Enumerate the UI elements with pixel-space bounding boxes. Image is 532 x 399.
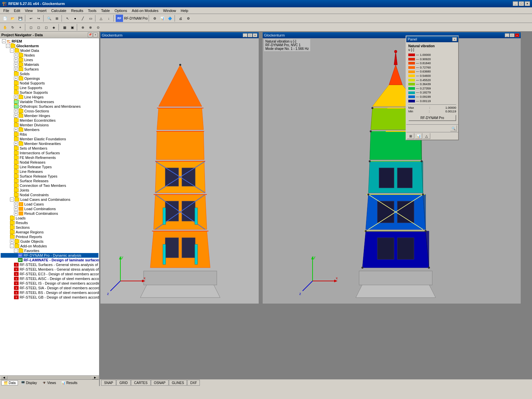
menu-options[interactable]: Options: [112, 8, 129, 13]
wr-maximize-btn[interactable]: □: [510, 33, 514, 37]
tree-addon-modules[interactable]: - Add-on Modules: [1, 244, 98, 248]
front-btn[interactable]: ◻: [27, 24, 35, 31]
panel-close-btn[interactable]: ×: [452, 37, 457, 41]
tree-surface-release-types[interactable]: Surface Release Types: [1, 174, 98, 179]
expand-favorites[interactable]: -: [14, 249, 18, 253]
maximize-btn[interactable]: □: [519, 1, 524, 6]
menu-addon[interactable]: Add-on Modules: [130, 8, 160, 13]
scroll-right-btn[interactable]: ▶: [92, 376, 98, 379]
expand-guide[interactable]: +: [10, 239, 14, 243]
tree-fe-mesh[interactable]: FE Mesh Refinements: [1, 155, 98, 160]
wr-close-btn[interactable]: ×: [515, 33, 519, 37]
undo-btn[interactable]: ↩: [27, 15, 35, 22]
tree-intersections[interactable]: Intersections of Surfaces: [1, 151, 98, 155]
expand-openings[interactable]: +: [14, 76, 18, 80]
tree-load-cases-comb[interactable]: - Load Cases and Combinations: [1, 197, 98, 202]
pan-btn[interactable]: ✋: [1, 24, 9, 31]
close-btn[interactable]: ×: [525, 1, 530, 6]
cartes-tab[interactable]: CARTES: [131, 380, 150, 386]
tree-solids[interactable]: Solids: [1, 71, 98, 76]
dxf-tab[interactable]: DXF: [187, 380, 200, 386]
menu-calculate[interactable]: Calculate: [49, 8, 68, 13]
expand-load-cases[interactable]: -: [10, 198, 14, 201]
new-btn[interactable]: 📄: [1, 15, 9, 22]
tree-nodal-supports[interactable]: Nodal Supports: [1, 81, 98, 85]
expand-surfaces[interactable]: +: [14, 67, 18, 71]
node-btn[interactable]: ●: [71, 15, 79, 22]
expand-lc[interactable]: +: [14, 202, 18, 206]
tree-nodes[interactable]: + Nodes: [1, 53, 98, 58]
tree-ribs[interactable]: Ribs: [1, 132, 98, 137]
tree-average-regions[interactable]: Average Regions: [1, 230, 98, 234]
support-btn[interactable]: △: [97, 15, 105, 22]
tree-sets-members[interactable]: Sets of Members: [1, 146, 98, 151]
wl-minimize-btn[interactable]: _: [243, 33, 247, 37]
surface-btn[interactable]: ▭: [87, 15, 94, 22]
panel-pin-btn[interactable]: 📌: [88, 33, 92, 37]
tree-guide-objects[interactable]: + Guide Objects: [1, 239, 98, 244]
expand-lines[interactable]: +: [14, 58, 18, 62]
expand-members[interactable]: +: [14, 128, 18, 132]
panel-tab-chart[interactable]: 📊: [415, 133, 422, 139]
tree-rf-steel-is[interactable]: S RF-STEEL IS - Design of steel members …: [1, 281, 98, 286]
tree-results[interactable]: Results: [1, 220, 98, 225]
tree-result-combinations[interactable]: + Result Combinations: [1, 211, 98, 216]
tree-line-releases[interactable]: Line Releases: [1, 169, 98, 174]
tree-rf-steel-mem[interactable]: S RF-STEEL Members - General stress anal…: [1, 267, 98, 272]
tree-rf-dynam[interactable]: RF RF-DYNAM Pro - Dynamic analysis: [1, 253, 98, 258]
tree-nodal-releases[interactable]: Nodal Releases: [1, 160, 98, 165]
scroll-left-btn[interactable]: ◀: [1, 376, 7, 379]
tree-member-eccentricities[interactable]: Member Eccentricities: [1, 118, 98, 123]
tree-favorites[interactable]: - Favorites: [1, 248, 98, 253]
render-btn[interactable]: ▦: [61, 24, 68, 31]
tree-printout-reports[interactable]: Printout Reports: [1, 234, 98, 239]
tree-line-supports[interactable]: Line Supports: [1, 85, 98, 90]
expand-addon[interactable]: -: [10, 244, 14, 248]
tree-container[interactable]: - 🏗️ RFEM - Glockenturm - Model Data +: [0, 38, 99, 375]
expand-lco[interactable]: +: [14, 207, 18, 211]
select-btn[interactable]: ↖: [64, 15, 71, 22]
3d-btn[interactable]: ◈: [50, 24, 58, 31]
tree-member-elastic[interactable]: Member Elastic Foundations: [1, 137, 98, 141]
tree-materials[interactable]: + Materials: [1, 62, 98, 67]
panel-footer-zoom-btn[interactable]: 🔍: [450, 125, 457, 131]
panel-win-title[interactable]: Panel ×: [406, 36, 458, 42]
expand-line-hinges[interactable]: +: [14, 95, 18, 99]
tree-rfem[interactable]: - 🏗️ RFEM: [1, 39, 98, 44]
wr-minimize-btn[interactable]: _: [505, 33, 509, 37]
redo-btn[interactable]: ↪: [35, 15, 42, 22]
panel-close-btn[interactable]: ×: [93, 33, 98, 37]
tree-rf-laminate[interactable]: RF RF-LAMINATE - Design of laminate surf…: [1, 258, 98, 262]
tree-variable-thicknesses[interactable]: Variable Thicknesses: [1, 99, 98, 104]
menu-tools[interactable]: Tools: [86, 8, 98, 13]
grid-tab[interactable]: GRID: [116, 380, 131, 386]
menu-window[interactable]: Window: [161, 8, 178, 13]
expand-rc[interactable]: +: [14, 211, 18, 215]
tree-member-divisions[interactable]: Member Divisions: [1, 123, 98, 127]
tree-loads[interactable]: Loads: [1, 216, 98, 220]
menu-results[interactable]: Results: [69, 8, 85, 13]
menu-insert[interactable]: Insert: [35, 8, 49, 13]
expand-rfem[interactable]: -: [2, 39, 6, 43]
window-left-titlebar[interactable]: Glockenturm _ □ ×: [100, 32, 259, 38]
calc-btn[interactable]: ⚙: [151, 15, 158, 22]
menu-edit[interactable]: Edit: [12, 8, 22, 13]
top-btn[interactable]: ◻: [43, 24, 50, 31]
tree-lines[interactable]: + Lines: [1, 58, 98, 62]
tree-rf-steel-aisc[interactable]: S RF-STEEL AISC - Design of steel member…: [1, 276, 98, 281]
wl-maximize-btn[interactable]: □: [248, 33, 252, 37]
tree-line-hinges[interactable]: + Line Hinges: [1, 95, 98, 99]
nav-tab-display[interactable]: 🖥️ Display: [19, 380, 39, 385]
save-btn[interactable]: 💾: [17, 15, 24, 22]
nav-tab-results[interactable]: 📊 Results: [59, 380, 79, 385]
expand-member-nonlin[interactable]: +: [14, 142, 18, 146]
tree-load-cases[interactable]: + ⚡ Load Cases: [1, 202, 98, 206]
rf-dynam-icon[interactable]: RF: [116, 15, 123, 22]
nav-tab-data[interactable]: 🗂️ Data: [1, 380, 18, 385]
open-btn[interactable]: 📂: [9, 15, 16, 22]
tree-connection-two[interactable]: Connection of Two Members: [1, 183, 98, 188]
zoom2-btn[interactable]: +: [17, 24, 24, 31]
expand-cross-sections[interactable]: +: [14, 109, 18, 113]
tree-model-data[interactable]: - Model Data: [1, 48, 98, 53]
tree-rf-steel-sia[interactable]: S RF-STEEL SIA - Design of steel members…: [1, 286, 98, 290]
